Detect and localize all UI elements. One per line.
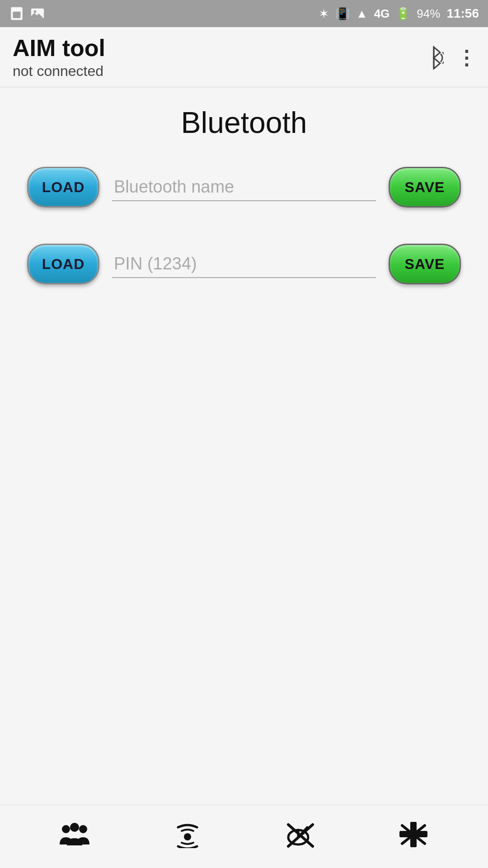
bluetooth-active-icon [424, 45, 444, 70]
svg-point-7 [62, 825, 70, 833]
status-bar-left [9, 6, 45, 21]
status-vibrate-icon: 📳 [335, 7, 350, 21]
section-title: Bluetooth [181, 105, 307, 140]
status-bluetooth-icon: ✶ [319, 6, 329, 21]
svg-point-8 [79, 825, 87, 833]
status-battery-percent: 94% [417, 7, 440, 21]
status-bar: ✶ 📳 ▲ 4G 🔋 94% 11:56 [0, 0, 488, 27]
bluetooth-button[interactable] [424, 45, 444, 70]
bottom-nav [0, 805, 488, 868]
pin-load-button[interactable]: LOAD [27, 244, 99, 284]
bluetooth-save-button[interactable]: SAVE [389, 167, 461, 208]
app-bar: AIM tool not connected ⋮ [0, 27, 488, 87]
nav-item-satellite[interactable] [285, 821, 316, 853]
status-bar-right: ✶ 📳 ▲ 4G 🔋 94% 11:56 [319, 6, 479, 21]
nav-item-currency[interactable] [398, 821, 429, 853]
svg-rect-2 [14, 9, 16, 10]
sim-icon [9, 6, 24, 21]
svg-rect-1 [13, 12, 21, 18]
status-network-label: 4G [374, 7, 390, 21]
more-options-button[interactable]: ⋮ [456, 46, 475, 69]
group-icon [59, 821, 90, 853]
broadcast-icon [172, 821, 203, 853]
connection-status: not connected [13, 63, 105, 80]
main-content: Bluetooth LOAD SAVE LOAD SAVE [0, 87, 488, 805]
pin-save-button[interactable]: SAVE [389, 244, 461, 284]
nav-item-group[interactable] [59, 821, 90, 853]
status-battery-icon: 🔋 [396, 7, 410, 21]
currency-icon [398, 821, 429, 853]
svg-rect-20 [410, 822, 417, 847]
pin-input[interactable] [112, 250, 376, 278]
app-bar-actions: ⋮ [424, 45, 475, 70]
bluetooth-name-input[interactable] [112, 174, 376, 201]
app-title: AIM tool [13, 35, 105, 61]
image-icon [30, 6, 45, 21]
status-time: 11:56 [446, 6, 479, 21]
svg-point-5 [34, 10, 37, 13]
bluetooth-load-button[interactable]: LOAD [27, 167, 99, 208]
svg-rect-3 [17, 9, 19, 10]
pin-row: LOAD SAVE [27, 244, 461, 284]
svg-point-9 [70, 823, 79, 832]
svg-point-10 [184, 833, 191, 840]
bluetooth-name-row: LOAD SAVE [27, 167, 461, 208]
satellite-icon [285, 821, 316, 853]
app-bar-title-group: AIM tool not connected [13, 35, 105, 80]
nav-item-broadcast[interactable] [172, 821, 203, 853]
status-wifi-icon: ▲ [356, 7, 368, 21]
